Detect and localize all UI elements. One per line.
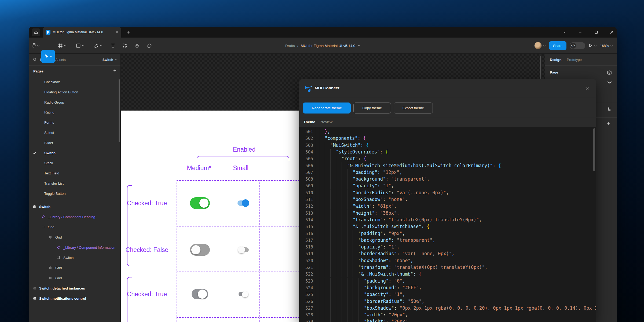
variables-sliders-icon[interactable] xyxy=(607,107,612,112)
code-line-522: 522"& .MuiSwitch-thumb": { xyxy=(299,271,596,277)
breadcrumb-folder[interactable]: Drafts xyxy=(285,44,295,48)
line-number: 501 xyxy=(301,128,313,135)
code-line-515: 515"& .MuiSwitch-switchBase": { xyxy=(299,223,596,230)
layer-row-grid[interactable]: Grid xyxy=(29,263,120,273)
page-item-text-field[interactable]: Text Field xyxy=(29,168,120,178)
layer-name: Switch xyxy=(39,205,50,209)
window-minimize-button[interactable] xyxy=(577,29,583,35)
line-number: 503 xyxy=(301,142,313,149)
code-line-518: 518"opacity": "1", xyxy=(299,244,596,250)
layer-row--library-component-heading[interactable]: _Library / Component Heading xyxy=(29,212,120,222)
page-item-rating[interactable]: Rating xyxy=(29,107,120,117)
switch-small-row1[interactable] xyxy=(237,199,249,207)
page-name: Toggle Button xyxy=(44,191,66,195)
layer-row-switch-detached-instances[interactable]: Switch: detached instances xyxy=(29,283,120,293)
chevron-down-icon xyxy=(610,45,613,47)
mui-connect-dialog: MUI Connect Regenerate themeCopy themeEx… xyxy=(299,79,596,322)
export-theme-button[interactable]: Export theme xyxy=(394,103,433,114)
line-number: 522 xyxy=(301,271,313,277)
tab-design[interactable]: Design xyxy=(550,58,561,62)
window-close-button[interactable] xyxy=(609,29,615,35)
page-name: Slider xyxy=(44,141,53,145)
window-maximize-button[interactable] xyxy=(593,29,599,35)
code-line-516: 516"padding": "9px", xyxy=(299,230,596,237)
code-line-525: 525"opacity": "1", xyxy=(299,291,596,298)
layer-row-switch[interactable]: Switch xyxy=(29,253,120,263)
row-label-0: Checked: True xyxy=(123,200,170,207)
home-button[interactable] xyxy=(32,28,40,36)
tab-preview[interactable]: Preview xyxy=(320,120,332,124)
code-line-519: 519"borderRadius": "var(--none, 0px)", xyxy=(299,250,596,257)
page-name: Floating Action Button xyxy=(44,90,78,94)
add-style-icon[interactable] xyxy=(607,122,610,126)
line-number: 508 xyxy=(301,176,313,182)
page-name: Radio Group xyxy=(44,100,64,104)
tab-overflow-chevron-icon[interactable] xyxy=(561,29,568,35)
auto-layout-icon xyxy=(33,205,36,208)
tab-assets[interactable]: Assets xyxy=(55,58,66,62)
desktop: MUI for Figma Material UI-v5.14.0 Drafts… xyxy=(0,0,644,322)
page-item-transfer-list[interactable]: Transfer List xyxy=(29,178,120,188)
layer-row-grid[interactable]: Grid xyxy=(29,273,120,283)
code-line-505: 505"root": { xyxy=(299,155,596,162)
line-number: 518 xyxy=(301,244,313,250)
tab-close-icon[interactable] xyxy=(115,31,119,34)
sidebar-scrollbar[interactable] xyxy=(119,79,120,142)
move-tool-button[interactable] xyxy=(41,50,55,63)
page-item-forms[interactable]: Forms xyxy=(29,117,120,127)
dev-mode-toggle[interactable]: </> xyxy=(570,42,585,49)
auto-layout-icon xyxy=(33,297,36,300)
page-item-select[interactable]: Select xyxy=(29,127,120,138)
new-tab-button[interactable] xyxy=(125,29,131,35)
code-line-502: 502"components": { xyxy=(299,135,596,142)
layer-row-grid[interactable]: Grid xyxy=(29,222,120,232)
layer-name: Grid xyxy=(55,276,62,280)
line-number: 504 xyxy=(301,149,313,155)
tab-prototype[interactable]: Prototype xyxy=(567,58,582,62)
line-number: 515 xyxy=(301,223,313,230)
breadcrumb-filename[interactable]: MUI for Figma Material UI-v5.14.0 xyxy=(301,44,355,48)
page-item-toggle-button[interactable]: Toggle Button xyxy=(29,188,120,199)
tab-theme[interactable]: Theme xyxy=(303,120,315,124)
line-number: 523 xyxy=(301,278,313,284)
layer-name: Switch: detached instances xyxy=(39,286,85,290)
page-item-stack[interactable]: Stack xyxy=(29,158,120,168)
layer-row-switch[interactable]: Switch xyxy=(29,202,120,212)
dialog-close-button[interactable] xyxy=(583,85,591,93)
closed-eye-icon[interactable] xyxy=(607,81,612,84)
page-item-radio-group[interactable]: Radio Group xyxy=(29,97,120,107)
present-button[interactable] xyxy=(588,43,597,48)
layer-row-grid[interactable]: Grid xyxy=(29,232,120,242)
switch-medium-row3[interactable] xyxy=(192,289,208,299)
page-item-switch[interactable]: Switch xyxy=(29,148,120,158)
toolbar: Drafts / MUI for Figma Material UI-v5.14… xyxy=(29,38,617,54)
enabled-group-bracket xyxy=(197,156,289,161)
add-page-button[interactable] xyxy=(113,69,117,72)
chevron-down-icon xyxy=(50,56,52,57)
switch-small-row3[interactable] xyxy=(239,291,248,297)
file-tab[interactable]: MUI for Figma Material UI-v5.14.0 xyxy=(43,27,121,38)
page-item-slider[interactable]: Slider xyxy=(29,138,120,148)
line-number: 519 xyxy=(301,250,313,257)
switch-thumb xyxy=(199,199,208,208)
code-line-511: 511"boxShadow": "none", xyxy=(299,196,596,203)
share-button[interactable]: Share xyxy=(549,41,566,50)
switch-medium-row1[interactable] xyxy=(190,197,210,209)
switch-medium-row2[interactable] xyxy=(190,244,210,256)
search-icon[interactable] xyxy=(33,57,37,62)
regenerate-theme-button[interactable]: Regenerate theme xyxy=(303,103,351,114)
layer-row-switch-notifications-control[interactable]: Switch: notifications control xyxy=(29,293,120,303)
layer-row--library-component-information[interactable]: _Library / Component Information xyxy=(29,242,120,253)
page-selector[interactable]: Switch xyxy=(103,54,117,66)
frame-icon xyxy=(57,256,61,259)
file-menu-chevron-icon[interactable] xyxy=(358,45,360,47)
zoom-level: 168% xyxy=(600,44,609,48)
switch-small-row2[interactable] xyxy=(238,246,249,253)
page-item-floating-action-button[interactable]: Floating Action Button xyxy=(29,87,120,97)
copy-theme-button[interactable]: Copy theme xyxy=(353,103,391,114)
library-icon[interactable] xyxy=(607,70,612,75)
zoom-menu[interactable]: 168% xyxy=(600,44,613,48)
account-menu[interactable] xyxy=(534,42,546,49)
theme-code-editor[interactable]: 501},502"components": {503"MuiSwitch": {… xyxy=(299,127,596,322)
page-item-checkbox[interactable]: Checkbox xyxy=(29,77,120,87)
